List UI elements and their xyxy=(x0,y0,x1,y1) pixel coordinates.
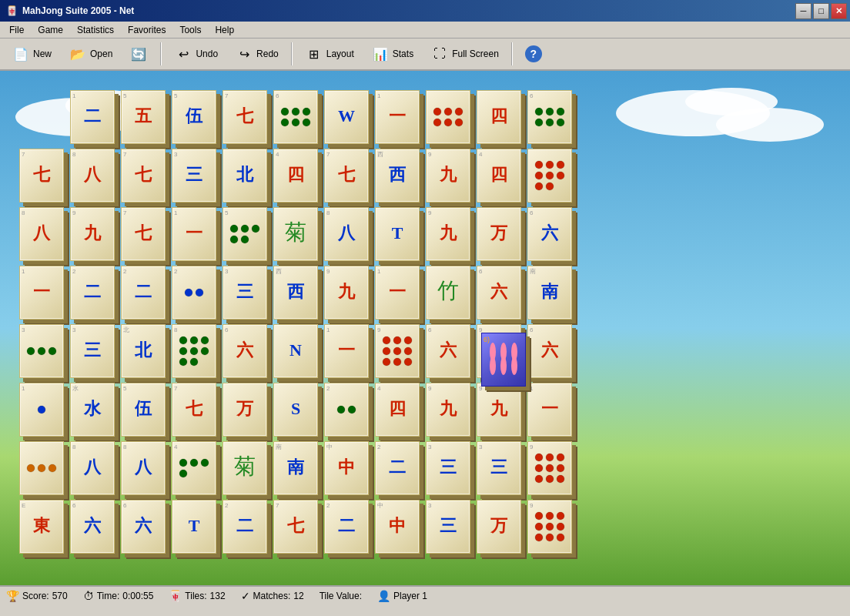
window-title: MahJong Suite 2005 - Net xyxy=(22,5,134,16)
window-controls: ─ □ ✕ xyxy=(795,3,847,19)
menu-help[interactable]: Help xyxy=(209,23,240,37)
stats-button[interactable]: 📊 Stats xyxy=(364,42,420,66)
tiles-label: Tiles: xyxy=(185,591,206,601)
toolbar: 📄 New 📂 Open 🔄 ↩ Undo ↪ Redo ⊞ Layout 📊 … xyxy=(0,38,850,71)
redo-button[interactable]: ↪ Redo xyxy=(228,42,286,66)
menu-game[interactable]: Game xyxy=(32,23,69,37)
fullscreen-icon: ⛶ xyxy=(430,45,449,63)
score-display: 🏆 Score: 570 xyxy=(6,590,68,602)
new-label: New xyxy=(33,49,52,59)
player-label: Player 1 xyxy=(393,591,427,601)
score-value: 570 xyxy=(52,591,68,601)
player-display: 👤 Player 1 xyxy=(377,590,427,602)
time-label: Time: xyxy=(97,591,120,601)
time-icon: ⏱ xyxy=(83,590,94,602)
matches-display: ✓ Matches: 12 xyxy=(241,590,304,602)
matches-value: 12 xyxy=(293,591,303,601)
close-button[interactable]: ✕ xyxy=(831,3,847,19)
minimize-button[interactable]: ─ xyxy=(795,3,812,19)
mahjong-board[interactable] xyxy=(0,71,850,585)
toolbar-sep-1 xyxy=(160,42,162,65)
new-icon: 📄 xyxy=(12,45,30,63)
open-icon: 📂 xyxy=(69,45,87,63)
refresh-button[interactable]: 🔄 xyxy=(122,42,155,66)
menu-statistics[interactable]: Statistics xyxy=(71,23,120,37)
help-button[interactable]: ? xyxy=(518,42,549,65)
menu-favorites[interactable]: Favorites xyxy=(122,23,172,37)
layout-button[interactable]: ⊞ Layout xyxy=(298,42,361,66)
open-button[interactable]: 📂 Open xyxy=(62,42,119,66)
undo-icon: ↩ xyxy=(174,45,192,63)
undo-button[interactable]: ↩ Undo xyxy=(167,42,225,66)
menu-tools[interactable]: Tools xyxy=(173,23,207,37)
time-display: ⏱ Time: 0:00:55 xyxy=(83,590,154,602)
redo-icon: ↪ xyxy=(235,45,253,63)
stats-icon: 📊 xyxy=(371,45,390,63)
tiles-display: 🀄 Tiles: 132 xyxy=(169,590,225,602)
layout-label: Layout xyxy=(326,49,354,59)
undo-label: Undo xyxy=(196,49,218,59)
game-area xyxy=(0,71,850,585)
redo-label: Redo xyxy=(256,49,279,59)
fullscreen-label: Full Screen xyxy=(452,49,499,59)
menu-bar: File Game Statistics Favorites Tools Hel… xyxy=(0,22,850,38)
fullscreen-button[interactable]: ⛶ Full Screen xyxy=(423,42,506,66)
status-bar: 🏆 Score: 570 ⏱ Time: 0:00:55 🀄 Tiles: 13… xyxy=(0,585,850,605)
stats-label: Stats xyxy=(393,49,413,59)
tile-value-label: Tile Value: xyxy=(320,591,362,601)
toolbar-sep-3 xyxy=(511,42,513,65)
new-button[interactable]: 📄 New xyxy=(5,42,59,66)
tile-value-display: Tile Value: xyxy=(320,591,362,601)
matches-icon: ✓ xyxy=(241,590,250,602)
app-icon: 🀄 xyxy=(6,5,18,16)
player-icon: 👤 xyxy=(377,590,390,602)
refresh-icon: 🔄 xyxy=(129,45,148,63)
maximize-button[interactable]: □ xyxy=(813,3,829,19)
help-icon: ? xyxy=(525,45,542,62)
tiles-icon: 🀄 xyxy=(169,590,182,602)
window-title-group: 🀄 MahJong Suite 2005 - Net xyxy=(6,5,134,16)
title-bar: 🀄 MahJong Suite 2005 - Net ─ □ ✕ xyxy=(0,0,850,22)
open-label: Open xyxy=(90,49,112,59)
time-value: 0:00:55 xyxy=(122,591,153,601)
menu-file[interactable]: File xyxy=(3,23,30,37)
score-icon: 🏆 xyxy=(6,590,19,602)
score-label: Score: xyxy=(22,591,49,601)
layout-icon: ⊞ xyxy=(305,45,323,63)
tiles-value: 132 xyxy=(210,591,226,601)
toolbar-sep-2 xyxy=(291,42,293,65)
matches-label: Matches: xyxy=(253,591,291,601)
